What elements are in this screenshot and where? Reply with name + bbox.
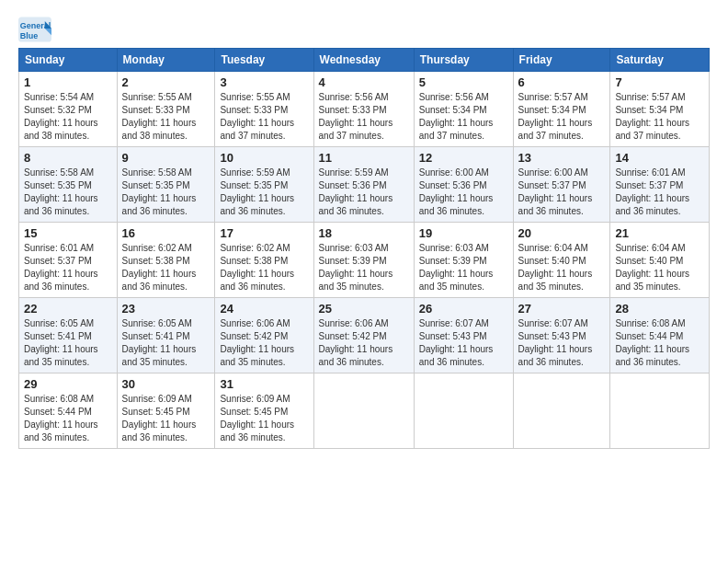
day-header-monday: Monday: [117, 49, 215, 72]
calendar-cell: 2 Sunrise: 5:55 AMSunset: 5:33 PMDayligh…: [117, 72, 215, 147]
day-detail: Sunrise: 6:08 AMSunset: 5:44 PMDaylight:…: [24, 394, 98, 442]
day-number: 10: [220, 151, 308, 165]
day-detail: Sunrise: 6:07 AMSunset: 5:43 PMDaylight:…: [419, 318, 494, 367]
calendar-cell: 13 Sunrise: 6:00 AMSunset: 5:37 PMDaylig…: [513, 147, 610, 223]
calendar-cell: 8 Sunrise: 5:58 AMSunset: 5:35 PMDayligh…: [19, 147, 118, 223]
day-number: 4: [319, 75, 409, 89]
day-number: 7: [615, 75, 704, 89]
calendar-table: SundayMondayTuesdayWednesdayThursdayFrid…: [18, 48, 710, 449]
day-header-friday: Friday: [513, 49, 610, 72]
day-detail: Sunrise: 6:00 AMSunset: 5:36 PMDaylight:…: [419, 167, 494, 216]
day-number: 19: [419, 226, 508, 240]
calendar-cell: [610, 373, 710, 449]
day-number: 28: [615, 302, 704, 316]
calendar-week-row: 22 Sunrise: 6:05 AMSunset: 5:41 PMDaylig…: [19, 298, 710, 373]
day-header-sunday: Sunday: [19, 49, 118, 72]
day-header-tuesday: Tuesday: [215, 49, 313, 72]
calendar-cell: 29 Sunrise: 6:08 AMSunset: 5:44 PMDaylig…: [19, 373, 118, 449]
calendar-cell: 31 Sunrise: 6:09 AMSunset: 5:45 PMDaylig…: [215, 373, 313, 449]
day-detail: Sunrise: 6:08 AMSunset: 5:44 PMDaylight:…: [615, 318, 689, 367]
day-header-thursday: Thursday: [414, 49, 513, 72]
day-number: 27: [518, 302, 606, 316]
calendar-cell: 27 Sunrise: 6:07 AMSunset: 5:43 PMDaylig…: [513, 298, 610, 373]
calendar-cell: 18 Sunrise: 6:03 AMSunset: 5:39 PMDaylig…: [313, 223, 414, 298]
day-detail: Sunrise: 5:54 AMSunset: 5:32 PMDaylight:…: [24, 92, 98, 141]
day-number: 22: [24, 302, 112, 316]
day-detail: Sunrise: 5:58 AMSunset: 5:35 PMDaylight:…: [24, 167, 98, 216]
calendar-cell: 28 Sunrise: 6:08 AMSunset: 5:44 PMDaylig…: [610, 298, 710, 373]
calendar-cell: 14 Sunrise: 6:01 AMSunset: 5:37 PMDaylig…: [610, 147, 710, 223]
page: General Blue SundayMondayTuesdayWednesda…: [0, 0, 728, 563]
day-detail: Sunrise: 5:57 AMSunset: 5:34 PMDaylight:…: [518, 92, 593, 141]
day-detail: Sunrise: 5:58 AMSunset: 5:35 PMDaylight:…: [122, 167, 197, 216]
calendar-cell: 9 Sunrise: 5:58 AMSunset: 5:35 PMDayligh…: [117, 147, 215, 223]
day-detail: Sunrise: 6:07 AMSunset: 5:43 PMDaylight:…: [518, 318, 593, 367]
svg-text:Blue: Blue: [20, 31, 39, 40]
day-number: 9: [122, 151, 210, 165]
calendar-cell: 3 Sunrise: 5:55 AMSunset: 5:33 PMDayligh…: [215, 72, 313, 147]
day-number: 3: [220, 75, 308, 89]
calendar-cell: 17 Sunrise: 6:02 AMSunset: 5:38 PMDaylig…: [215, 223, 313, 298]
day-number: 17: [220, 226, 308, 240]
day-number: 29: [24, 377, 112, 391]
day-detail: Sunrise: 5:57 AMSunset: 5:34 PMDaylight:…: [615, 92, 689, 141]
header: General Blue: [18, 17, 710, 42]
day-detail: Sunrise: 6:05 AMSunset: 5:41 PMDaylight:…: [24, 318, 98, 367]
day-number: 26: [419, 302, 508, 316]
calendar-cell: 6 Sunrise: 5:57 AMSunset: 5:34 PMDayligh…: [513, 72, 610, 147]
day-detail: Sunrise: 6:04 AMSunset: 5:40 PMDaylight:…: [518, 243, 593, 292]
calendar-cell: 30 Sunrise: 6:09 AMSunset: 5:45 PMDaylig…: [117, 373, 215, 449]
calendar-cell: 11 Sunrise: 5:59 AMSunset: 5:36 PMDaylig…: [313, 147, 414, 223]
calendar-cell: [313, 373, 414, 449]
day-number: 21: [615, 226, 704, 240]
day-detail: Sunrise: 5:59 AMSunset: 5:36 PMDaylight:…: [319, 167, 393, 216]
day-detail: Sunrise: 5:55 AMSunset: 5:33 PMDaylight:…: [220, 92, 294, 141]
day-number: 12: [419, 151, 508, 165]
calendar-week-row: 1 Sunrise: 5:54 AMSunset: 5:32 PMDayligh…: [19, 72, 710, 147]
calendar-cell: 19 Sunrise: 6:03 AMSunset: 5:39 PMDaylig…: [414, 223, 513, 298]
day-number: 6: [518, 75, 606, 89]
day-detail: Sunrise: 6:09 AMSunset: 5:45 PMDaylight:…: [220, 394, 294, 442]
logo-icon: General Blue: [18, 17, 51, 42]
day-number: 13: [518, 151, 606, 165]
day-detail: Sunrise: 6:02 AMSunset: 5:38 PMDaylight:…: [220, 243, 294, 292]
calendar-cell: 7 Sunrise: 5:57 AMSunset: 5:34 PMDayligh…: [610, 72, 710, 147]
calendar-header-row: SundayMondayTuesdayWednesdayThursdayFrid…: [19, 49, 710, 72]
calendar-body: 1 Sunrise: 5:54 AMSunset: 5:32 PMDayligh…: [19, 72, 710, 449]
calendar-cell: 23 Sunrise: 6:05 AMSunset: 5:41 PMDaylig…: [117, 298, 215, 373]
calendar-cell: 21 Sunrise: 6:04 AMSunset: 5:40 PMDaylig…: [610, 223, 710, 298]
day-detail: Sunrise: 5:56 AMSunset: 5:33 PMDaylight:…: [319, 92, 393, 141]
day-detail: Sunrise: 6:03 AMSunset: 5:39 PMDaylight:…: [419, 243, 494, 292]
day-number: 31: [220, 377, 308, 391]
day-detail: Sunrise: 6:01 AMSunset: 5:37 PMDaylight:…: [615, 167, 689, 216]
calendar-cell: 12 Sunrise: 6:00 AMSunset: 5:36 PMDaylig…: [414, 147, 513, 223]
day-number: 24: [220, 302, 308, 316]
day-detail: Sunrise: 6:02 AMSunset: 5:38 PMDaylight:…: [122, 243, 197, 292]
day-number: 18: [319, 226, 409, 240]
day-number: 14: [615, 151, 704, 165]
calendar-cell: 26 Sunrise: 6:07 AMSunset: 5:43 PMDaylig…: [414, 298, 513, 373]
calendar-cell: [513, 373, 610, 449]
calendar-cell: 10 Sunrise: 5:59 AMSunset: 5:35 PMDaylig…: [215, 147, 313, 223]
calendar-cell: 25 Sunrise: 6:06 AMSunset: 5:42 PMDaylig…: [313, 298, 414, 373]
calendar-week-row: 29 Sunrise: 6:08 AMSunset: 5:44 PMDaylig…: [19, 373, 710, 449]
calendar-week-row: 15 Sunrise: 6:01 AMSunset: 5:37 PMDaylig…: [19, 223, 710, 298]
day-detail: Sunrise: 6:05 AMSunset: 5:41 PMDaylight:…: [122, 318, 197, 367]
calendar-cell: 4 Sunrise: 5:56 AMSunset: 5:33 PMDayligh…: [313, 72, 414, 147]
day-detail: Sunrise: 6:06 AMSunset: 5:42 PMDaylight:…: [319, 318, 393, 367]
day-number: 5: [419, 75, 508, 89]
day-number: 15: [24, 226, 112, 240]
day-detail: Sunrise: 5:55 AMSunset: 5:33 PMDaylight:…: [122, 92, 197, 141]
day-header-wednesday: Wednesday: [313, 49, 414, 72]
calendar-cell: 24 Sunrise: 6:06 AMSunset: 5:42 PMDaylig…: [215, 298, 313, 373]
day-detail: Sunrise: 6:00 AMSunset: 5:37 PMDaylight:…: [518, 167, 593, 216]
day-detail: Sunrise: 5:59 AMSunset: 5:35 PMDaylight:…: [220, 167, 294, 216]
day-number: 20: [518, 226, 606, 240]
calendar-cell: [414, 373, 513, 449]
day-detail: Sunrise: 6:09 AMSunset: 5:45 PMDaylight:…: [122, 394, 197, 442]
calendar-week-row: 8 Sunrise: 5:58 AMSunset: 5:35 PMDayligh…: [19, 147, 710, 223]
day-number: 16: [122, 226, 210, 240]
day-detail: Sunrise: 6:06 AMSunset: 5:42 PMDaylight:…: [220, 318, 294, 367]
calendar-cell: 5 Sunrise: 5:56 AMSunset: 5:34 PMDayligh…: [414, 72, 513, 147]
day-number: 30: [122, 377, 210, 391]
